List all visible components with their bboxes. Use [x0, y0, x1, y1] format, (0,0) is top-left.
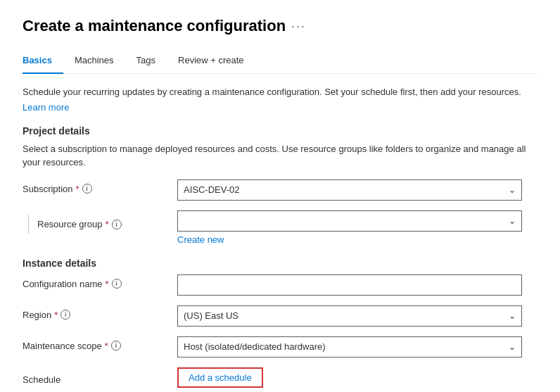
- region-label-col: Region * i: [23, 305, 177, 320]
- schedule-control-col: Add a schedule: [177, 367, 537, 388]
- tab-nav: Basics Machines Tags Review + create: [23, 49, 537, 74]
- learn-more-link[interactable]: Learn more: [23, 102, 69, 113]
- maintenance-scope-dropdown[interactable]: Host (isolated/dedicated hardware) ⌄: [177, 336, 522, 358]
- indent-line: [28, 215, 29, 234]
- resource-group-required-star: *: [106, 219, 109, 229]
- maintenance-scope-control-col: Host (isolated/dedicated hardware) ⌄: [177, 336, 537, 358]
- resource-group-dropdown-arrow: ⌄: [509, 216, 516, 226]
- configuration-name-info-icon[interactable]: i: [112, 279, 122, 289]
- resource-group-dropdown[interactable]: ⌄: [177, 210, 522, 232]
- maintenance-scope-dropdown-arrow: ⌄: [509, 342, 516, 352]
- subscription-required-star: *: [76, 184, 79, 194]
- configuration-name-input[interactable]: [177, 274, 522, 296]
- subscription-dropdown[interactable]: AISC-DEV-02 ⌄: [177, 179, 522, 201]
- region-control-col: (US) East US ⌄: [177, 305, 537, 327]
- schedule-label-col: Schedule: [23, 370, 177, 385]
- configuration-name-label-col: Configuration name * i: [23, 274, 177, 289]
- subscription-label: Subscription: [23, 184, 73, 194]
- subscription-label-col: Subscription * i: [23, 179, 177, 194]
- project-details-description: Select a subscription to manage deployed…: [23, 142, 537, 170]
- resource-group-info-icon[interactable]: i: [112, 220, 122, 229]
- configuration-name-control-col: [177, 274, 537, 296]
- project-details-title: Project details: [23, 125, 537, 137]
- subscription-row: Subscription * i AISC-DEV-02 ⌄: [23, 179, 537, 201]
- subscription-dropdown-arrow: ⌄: [509, 185, 516, 195]
- region-value: (US) East US: [184, 310, 509, 321]
- maintenance-scope-required-star: *: [105, 341, 108, 351]
- resource-group-label: Resource group: [37, 219, 103, 229]
- create-new-link[interactable]: Create new: [177, 234, 537, 245]
- region-label: Region: [23, 310, 51, 320]
- region-dropdown-arrow: ⌄: [509, 311, 516, 321]
- schedule-row: Schedule Add a schedule: [23, 367, 537, 388]
- region-row: Region * i (US) East US ⌄: [23, 305, 537, 327]
- subscription-control-col: AISC-DEV-02 ⌄: [177, 179, 537, 201]
- tab-review-create[interactable]: Review + create: [178, 49, 255, 74]
- maintenance-scope-label: Maintenance scope: [23, 341, 102, 351]
- more-options-icon[interactable]: ···: [291, 19, 306, 34]
- page-title-row: Create a maintenance configuration ···: [23, 17, 537, 35]
- maintenance-scope-row: Maintenance scope * i Host (isolated/ded…: [23, 336, 537, 358]
- tab-machines[interactable]: Machines: [75, 49, 125, 74]
- resource-group-control-col: ⌄ Create new: [177, 210, 537, 245]
- region-dropdown[interactable]: (US) East US ⌄: [177, 305, 522, 327]
- subscription-info-icon[interactable]: i: [82, 184, 92, 194]
- maintenance-scope-label-col: Maintenance scope * i: [23, 336, 177, 351]
- resource-group-label-col: Resource group * i: [23, 210, 177, 234]
- region-info-icon[interactable]: i: [61, 310, 70, 320]
- tab-tags[interactable]: Tags: [136, 49, 167, 74]
- tab-basics[interactable]: Basics: [23, 49, 63, 74]
- configuration-name-row: Configuration name * i: [23, 274, 537, 296]
- schedule-label: Schedule: [23, 374, 61, 385]
- configuration-name-required-star: *: [105, 279, 108, 289]
- page-title: Create a maintenance configuration: [23, 17, 286, 35]
- instance-details-title: Instance details: [23, 258, 537, 269]
- configuration-name-label: Configuration name: [23, 279, 102, 289]
- region-required-star: *: [54, 310, 58, 320]
- resource-group-row: Resource group * i ⌄ Create new: [23, 210, 537, 245]
- maintenance-scope-info-icon[interactable]: i: [111, 341, 121, 350]
- subscription-value: AISC-DEV-02: [184, 184, 509, 195]
- add-schedule-button[interactable]: Add a schedule: [177, 367, 263, 388]
- basics-description: Schedule your recurring updates by creat…: [23, 85, 537, 99]
- maintenance-scope-value: Host (isolated/dedicated hardware): [184, 341, 509, 352]
